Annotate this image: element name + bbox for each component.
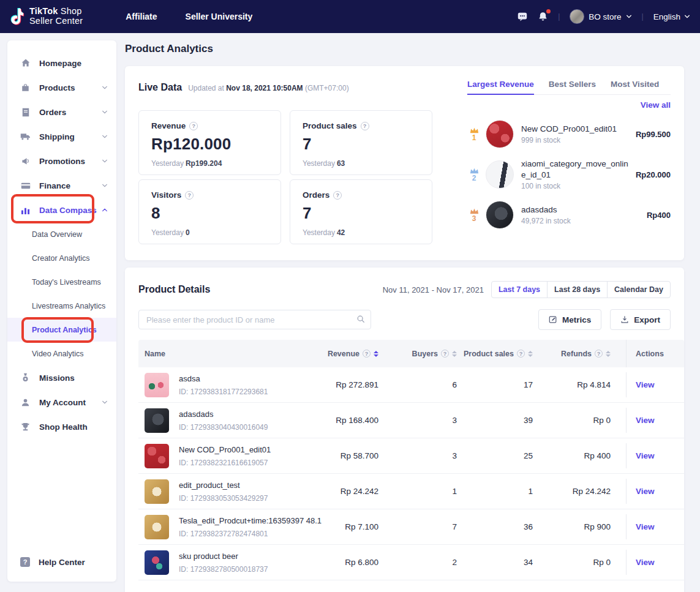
metrics-button[interactable]: Metrics: [538, 309, 601, 330]
chat-icon[interactable]: [517, 11, 528, 22]
view-link[interactable]: View: [636, 522, 655, 531]
rank-item-2[interactable]: 2 xiaomi_category_move_online_id_01 100 …: [467, 159, 671, 190]
chevron-down-icon: [102, 158, 108, 164]
sidebar-item-my-account[interactable]: My Account: [7, 390, 116, 414]
cell-refunds: Rp 400: [533, 451, 611, 460]
sidebar-subitem-data-overview[interactable]: Data Overview: [7, 222, 116, 246]
sidebar-item-finance[interactable]: Finance: [7, 173, 116, 198]
view-link[interactable]: View: [636, 416, 655, 425]
live-data-header: Live Data Updated at Nov 18, 2021 10:50A…: [138, 82, 349, 93]
rank-item-1[interactable]: 1 New COD_Pro001_edit01 999 in stock Rp9…: [467, 118, 671, 150]
sidebar-item-shipping[interactable]: Shipping: [7, 124, 116, 149]
sidebar-item-data-compass[interactable]: Data Compass: [7, 198, 116, 222]
date-range-selector: Last 7 days Last 28 days Calendar Day: [491, 281, 671, 298]
chevron-down-icon: [102, 133, 108, 140]
help-icon[interactable]: ?: [517, 350, 525, 358]
home-icon: [20, 58, 31, 68]
notification-dot: [546, 9, 551, 13]
help-icon[interactable]: ?: [189, 122, 198, 130]
sidebar-item-orders[interactable]: Orders: [7, 100, 116, 124]
bar-chart-icon: [20, 206, 31, 215]
sidebar-subitem-product-analytics[interactable]: Product Analytics: [7, 318, 116, 342]
search-icon[interactable]: [356, 315, 365, 326]
sidebar-item-missions[interactable]: Missions: [7, 365, 116, 390]
nav-links: Affiliate Seller University: [126, 12, 252, 21]
view-link[interactable]: View: [636, 451, 655, 460]
user-icon: [20, 398, 31, 407]
page-title: Product Analytics: [125, 43, 213, 55]
nav-link-affiliate[interactable]: Affiliate: [126, 12, 157, 21]
tab-most-visited[interactable]: Most Visited: [611, 80, 659, 89]
subitem-label: Today's Livestreams: [32, 278, 101, 287]
search-input[interactable]: [138, 310, 371, 329]
product-image: [486, 120, 514, 148]
notification-bell-icon[interactable]: [538, 11, 548, 22]
stat-label: Product sales: [303, 121, 357, 130]
sort-revenue[interactable]: [374, 351, 378, 357]
table-row: New COD_Pro001_edit01ID: 172938232161661…: [138, 438, 684, 474]
rank-item-3[interactable]: 3 adasdads 49,972 in stock Rp400: [467, 199, 671, 231]
sort-product-sales[interactable]: [528, 351, 533, 357]
sort-buyers[interactable]: [452, 351, 457, 357]
sidebar-subitem-todays-livestreams[interactable]: Today's Livestreams: [7, 270, 116, 294]
help-icon[interactable]: ?: [185, 191, 194, 200]
stat-card-orders: Orders? 7 Yesterday42: [290, 179, 432, 244]
stat-value: 8: [151, 204, 268, 223]
stat-card-revenue: Revenue? Rp120.000 YesterdayRp199.204: [138, 110, 281, 175]
megaphone-icon: [20, 156, 31, 166]
sidebar: Homepage Products Orders Shipping Promot…: [7, 40, 116, 582]
cell-refunds: Rp 900: [533, 522, 611, 531]
col-name: Name: [138, 350, 273, 358]
export-button[interactable]: Export: [610, 309, 671, 330]
live-stats-grid: Revenue? Rp120.000 YesterdayRp199.204 Pr…: [138, 110, 432, 244]
nav-link-seller-university[interactable]: Seller University: [186, 12, 253, 21]
col-refunds: Refunds: [561, 350, 592, 358]
table-header: Name Revenue? Buyers? Product sales? Ref…: [138, 340, 684, 367]
help-icon[interactable]: ?: [333, 191, 342, 200]
rank-product-stock: 49,972 in stock: [521, 217, 630, 225]
help-center-link[interactable]: ? Help Center: [20, 557, 85, 567]
rank-product-price: Rp20.000: [636, 170, 671, 179]
range-last-7-days[interactable]: Last 7 days: [492, 282, 547, 298]
view-link[interactable]: View: [636, 487, 655, 496]
view-link[interactable]: View: [636, 558, 655, 567]
help-icon[interactable]: ?: [595, 350, 603, 358]
subitem-label: Creator Analytics: [32, 254, 89, 263]
updated-at: Updated at Nov 18, 2021 10:50AM (GMT+07:…: [188, 84, 349, 92]
sidebar-item-label: Data Compass: [39, 206, 97, 215]
help-icon[interactable]: ?: [361, 122, 369, 130]
range-last-28-days[interactable]: Last 28 days: [547, 282, 607, 298]
cell-revenue: Rp 6.800: [273, 558, 378, 567]
sidebar-item-promotions[interactable]: Promotions: [7, 149, 116, 173]
cell-revenue: Rp 7.100: [273, 522, 378, 531]
rank-crown-1: 1: [467, 127, 481, 141]
tab-largest-revenue[interactable]: Largest Revenue: [467, 80, 534, 89]
help-icon[interactable]: ?: [363, 350, 371, 358]
view-link[interactable]: View: [636, 380, 655, 389]
logo-text: TikTok Shop Seller Center: [29, 7, 83, 26]
chevron-up-icon: [102, 207, 108, 213]
sidebar-item-shop-health[interactable]: Shop Health: [7, 414, 116, 439]
sidebar-item-products[interactable]: Products: [7, 75, 116, 100]
stat-card-visitors: Visitors? 8 Yesterday0: [138, 179, 281, 244]
range-calendar-day[interactable]: Calendar Day: [607, 282, 670, 298]
sidebar-item-homepage[interactable]: Homepage: [7, 51, 116, 75]
store-menu[interactable]: BO store: [570, 9, 631, 24]
tab-best-sellers[interactable]: Best Sellers: [549, 80, 596, 89]
date-range-label: Nov 11, 2021 - Nov 17, 2021: [383, 285, 484, 294]
subitem-label: Video Analytics: [32, 350, 84, 358]
tiktok-shop-logo[interactable]: TikTok Shop Seller Center: [9, 7, 83, 26]
rank-product-price: Rp99.500: [636, 130, 671, 139]
chevron-down-icon: [626, 13, 632, 20]
sidebar-subitem-video-analytics[interactable]: Video Analytics: [7, 342, 116, 365]
view-all-link[interactable]: View all: [467, 100, 671, 110]
language-menu[interactable]: English: [653, 12, 690, 21]
sort-refunds[interactable]: [606, 351, 611, 357]
sidebar-subitem-creator-analytics[interactable]: Creator Analytics: [7, 246, 116, 270]
live-data-panel: Live Data Updated at Nov 18, 2021 10:50A…: [125, 66, 684, 260]
product-details-panel: Product Details Nov 11, 2021 - Nov 17, 2…: [125, 268, 684, 592]
product-image: [145, 373, 169, 397]
help-icon[interactable]: ?: [441, 350, 449, 358]
sidebar-subitem-livestreams-analytics[interactable]: Livestreams Analytics: [7, 294, 116, 318]
product-image: [145, 408, 169, 433]
